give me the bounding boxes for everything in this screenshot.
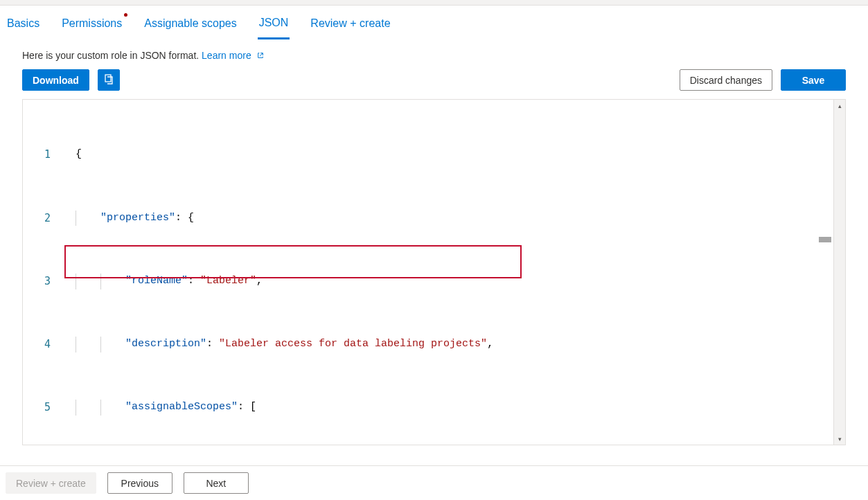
external-link-icon	[257, 52, 264, 60]
previous-button[interactable]: Previous	[107, 472, 172, 494]
editor-scrollbar[interactable]: ▴ ▾	[833, 100, 845, 445]
tab-json[interactable]: JSON	[258, 7, 290, 39]
code-token: "assignableScopes"	[125, 401, 238, 413]
header-strip	[0, 0, 868, 6]
code-token: "description"	[125, 338, 206, 350]
code-token: "properties"	[100, 212, 175, 224]
wizard-footer: Review + create Previous Next	[0, 465, 868, 500]
line-number: 1	[23, 147, 63, 163]
wizard-tabs: Basics Permissions Assignable scopes JSO…	[0, 6, 868, 40]
code-token: ,	[487, 338, 493, 350]
json-editor[interactable]: 1{ 2"properties": { 3"roleName": "Labele…	[22, 99, 846, 445]
description-line: Here is your custom role in JSON format.…	[0, 40, 868, 61]
code-area[interactable]: 1{ 2"properties": { 3"roleName": "Labele…	[23, 100, 845, 445]
tab-review-create[interactable]: Review + create	[309, 8, 391, 38]
code-token: "Labeler access for data labeling projec…	[219, 338, 487, 350]
code-token: "Labeler"	[200, 275, 256, 287]
line-number: 4	[23, 337, 63, 352]
code-token: "roleName"	[125, 275, 188, 287]
description-text: Here is your custom role in JSON format.	[22, 50, 202, 61]
review-create-button: Review + create	[6, 472, 96, 494]
code-token: {	[76, 148, 82, 160]
minimap-selection-marker	[819, 237, 831, 242]
line-number: 3	[23, 274, 63, 289]
tab-basics[interactable]: Basics	[6, 8, 41, 38]
toolbar: Download Discard changes Save	[0, 69, 868, 91]
code-token: : [	[238, 401, 256, 413]
download-button[interactable]: Download	[22, 69, 89, 91]
save-button[interactable]: Save	[781, 69, 846, 91]
modified-dot-icon	[124, 13, 127, 17]
scroll-down-icon[interactable]: ▾	[834, 433, 845, 445]
tab-permissions[interactable]: Permissions	[60, 8, 123, 38]
tab-permissions-label: Permissions	[62, 17, 122, 29]
discard-changes-button[interactable]: Discard changes	[680, 69, 772, 91]
code-token: ,	[256, 275, 263, 287]
code-token: : {	[175, 212, 194, 224]
tab-assignable-scopes[interactable]: Assignable scopes	[143, 8, 238, 38]
copy-icon	[103, 73, 114, 87]
line-number: 2	[23, 211, 63, 226]
copy-button[interactable]	[98, 69, 120, 91]
code-token: :	[188, 275, 200, 287]
line-number: 5	[23, 400, 63, 416]
learn-more-link[interactable]: Learn more	[202, 50, 263, 61]
scroll-up-icon[interactable]: ▴	[834, 100, 845, 111]
code-token: :	[206, 338, 219, 350]
next-button[interactable]: Next	[184, 472, 249, 494]
learn-more-label: Learn more	[202, 50, 251, 61]
svg-rect-0	[105, 75, 111, 82]
